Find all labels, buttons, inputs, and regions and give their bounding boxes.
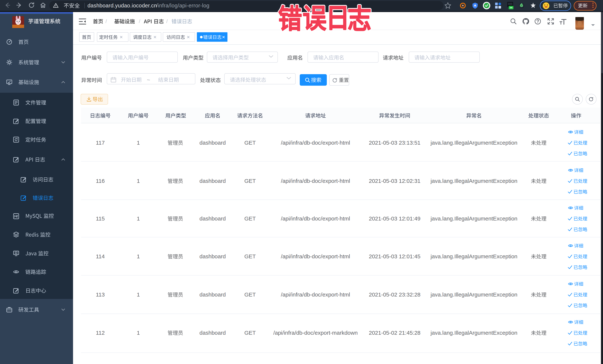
svg-text:on: on [510,6,512,9]
